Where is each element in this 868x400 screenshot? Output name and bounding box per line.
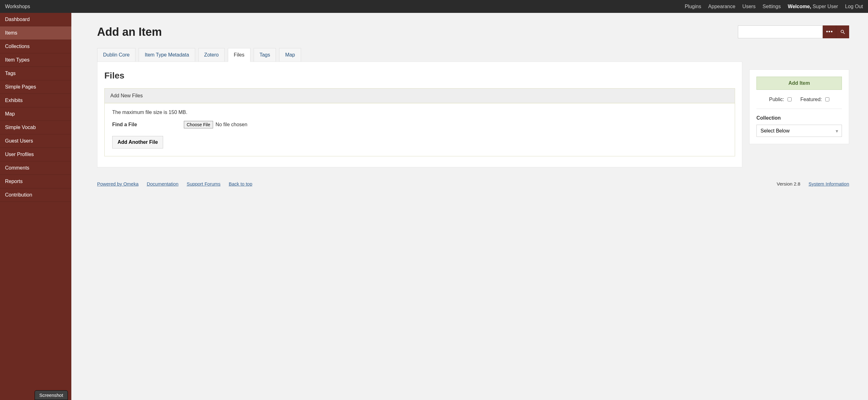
sidebar-item-user-profiles[interactable]: User Profiles	[0, 148, 71, 161]
sidebar-item-reports[interactable]: Reports	[0, 175, 71, 188]
max-file-size-msg: The maximum file size is 150 MB.	[112, 109, 727, 115]
top-nav: Plugins Appearance Users Settings Welcom…	[679, 4, 863, 9]
tab-zotero[interactable]: Zotero	[198, 48, 225, 62]
footer-version: Version 2.8	[777, 181, 800, 187]
footer-docs-link[interactable]: Documentation	[147, 181, 179, 187]
search-icon	[840, 29, 846, 35]
public-label: Public:	[769, 97, 791, 102]
nav-users[interactable]: Users	[742, 4, 755, 9]
search-advanced-button[interactable]: •••	[823, 26, 836, 38]
footer: Powered by Omeka Documentation Support F…	[97, 181, 849, 187]
add-files-box-title: Add New Files	[105, 89, 735, 103]
tab-dublin-core[interactable]: Dublin Core	[97, 48, 135, 62]
sidebar-item-comments[interactable]: Comments	[0, 161, 71, 174]
nav-logout[interactable]: Log Out	[845, 4, 863, 9]
files-heading: Files	[104, 71, 735, 81]
topbar: Workshops Plugins Appearance Users Setti…	[0, 0, 868, 13]
search-submit-button[interactable]	[836, 26, 849, 38]
find-file-label: Find a File	[112, 122, 184, 128]
footer-support-link[interactable]: Support Forums	[187, 181, 221, 187]
sidebar-item-simple-pages[interactable]: Simple Pages	[0, 80, 71, 94]
sidebar-item-simple-vocab[interactable]: Simple Vocab	[0, 121, 71, 134]
tab-map[interactable]: Map	[279, 48, 301, 62]
side-panel: Add Item Public: Featured: Collection Se…	[749, 69, 849, 144]
tab-item-type-metadata[interactable]: Item Type Metadata	[138, 48, 195, 62]
file-input[interactable]: Choose File No file chosen	[184, 121, 247, 128]
search-input[interactable]	[738, 26, 823, 38]
welcome-text: Welcome, Super User	[788, 4, 838, 9]
footer-powered-link[interactable]: Powered by Omeka	[97, 181, 138, 187]
featured-checkbox[interactable]	[825, 97, 829, 101]
screenshot-button[interactable]: Screenshot	[35, 390, 68, 400]
sidebar-item-dashboard[interactable]: Dashboard	[0, 13, 71, 26]
nav-plugins[interactable]: Plugins	[685, 4, 701, 9]
no-file-text: No file chosen	[216, 122, 247, 128]
choose-file-button[interactable]: Choose File	[184, 121, 213, 128]
search-box: •••	[738, 26, 849, 38]
sidebar-item-map[interactable]: Map	[0, 107, 71, 121]
sidebar-item-contribution[interactable]: Contribution	[0, 188, 71, 202]
sidebar-item-collections[interactable]: Collections	[0, 40, 71, 53]
nav-appearance[interactable]: Appearance	[708, 4, 735, 9]
main-content: Add an Item ••• Dublin CoreItem Type Met…	[71, 13, 868, 400]
add-item-button[interactable]: Add Item	[756, 77, 842, 90]
sidebar: DashboardItemsCollectionsItem TypesTagsS…	[0, 13, 71, 400]
sidebar-item-item-types[interactable]: Item Types	[0, 54, 71, 67]
ellipsis-icon: •••	[826, 29, 833, 35]
sidebar-item-items[interactable]: Items	[0, 26, 71, 39]
sidebar-item-exhibits[interactable]: Exhibits	[0, 94, 71, 107]
public-checkbox[interactable]	[787, 97, 792, 101]
tab-files[interactable]: Files	[228, 48, 250, 62]
add-files-box: Add New Files The maximum file size is 1…	[104, 88, 735, 156]
sidebar-item-tags[interactable]: Tags	[0, 67, 71, 80]
nav-settings[interactable]: Settings	[763, 4, 781, 9]
brand-link[interactable]: Workshops	[5, 4, 30, 9]
collection-label: Collection	[756, 115, 842, 121]
add-another-file-button[interactable]: Add Another File	[112, 136, 163, 148]
tabs: Dublin CoreItem Type MetadataZoteroFiles…	[97, 48, 849, 62]
footer-back-to-top-link[interactable]: Back to top	[229, 181, 252, 187]
page-title: Add an Item	[97, 26, 162, 39]
footer-sysinfo-link[interactable]: System Information	[809, 181, 849, 187]
collection-select[interactable]: Select Below	[756, 125, 842, 137]
files-panel: Files Add New Files The maximum file siz…	[97, 62, 742, 167]
sidebar-item-guest-users[interactable]: Guest Users	[0, 134, 71, 147]
tab-tags[interactable]: Tags	[254, 48, 276, 62]
featured-label: Featured:	[800, 97, 829, 102]
